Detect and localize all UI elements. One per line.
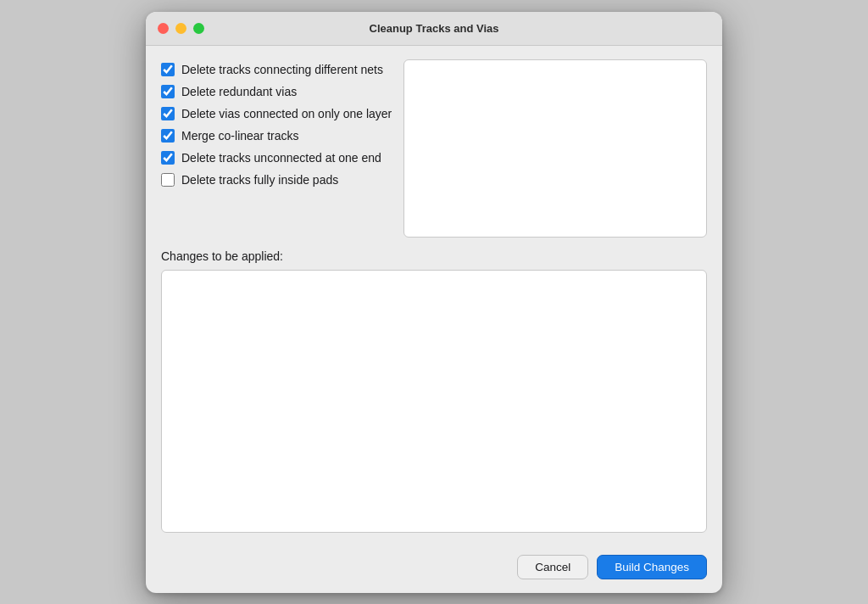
dialog-window: Cleanup Tracks and Vias Delete tracks co… (146, 12, 722, 593)
checkbox-item-4[interactable]: Merge co-linear tracks (161, 129, 392, 143)
checkbox-label-6: Delete tracks fully inside pads (181, 173, 338, 187)
window-title: Cleanup Tracks and Vias (370, 22, 499, 35)
checkbox-1[interactable] (161, 63, 175, 76)
titlebar: Cleanup Tracks and Vias (146, 12, 722, 46)
right-preview-panel (403, 59, 707, 238)
checkbox-label-2: Delete redundant vias (181, 85, 297, 98)
changes-section: Changes to be applied: (161, 249, 707, 533)
checkbox-label-3: Delete vias connected on only one layer (181, 107, 392, 120)
checkboxes-panel: Delete tracks connecting different netsD… (161, 59, 392, 187)
checkbox-6[interactable] (161, 173, 175, 187)
maximize-button[interactable] (193, 23, 204, 34)
cancel-button[interactable]: Cancel (517, 555, 588, 579)
changes-textarea[interactable] (161, 270, 707, 533)
checkbox-4[interactable] (161, 129, 175, 143)
top-section: Delete tracks connecting different netsD… (161, 59, 707, 238)
checkbox-label-1: Delete tracks connecting different nets (181, 63, 383, 76)
checkbox-3[interactable] (161, 107, 175, 120)
checkbox-2[interactable] (161, 85, 175, 98)
checkbox-item-5[interactable]: Delete tracks unconnected at one end (161, 151, 392, 165)
checkbox-item-3[interactable]: Delete vias connected on only one layer (161, 107, 392, 120)
checkbox-5[interactable] (161, 151, 175, 165)
build-changes-button[interactable]: Build Changes (597, 555, 707, 579)
checkbox-item-6[interactable]: Delete tracks fully inside pads (161, 173, 392, 187)
content-area: Delete tracks connecting different netsD… (146, 46, 722, 546)
close-button[interactable] (158, 23, 169, 34)
checkbox-label-4: Merge co-linear tracks (181, 129, 299, 143)
checkbox-item-2[interactable]: Delete redundant vias (161, 85, 392, 98)
minimize-button[interactable] (175, 23, 186, 34)
checkbox-label-5: Delete tracks unconnected at one end (181, 151, 381, 165)
checkbox-item-1[interactable]: Delete tracks connecting different nets (161, 63, 392, 76)
window-controls (158, 23, 204, 34)
footer: Cancel Build Changes (146, 546, 722, 593)
changes-label: Changes to be applied: (161, 249, 707, 263)
